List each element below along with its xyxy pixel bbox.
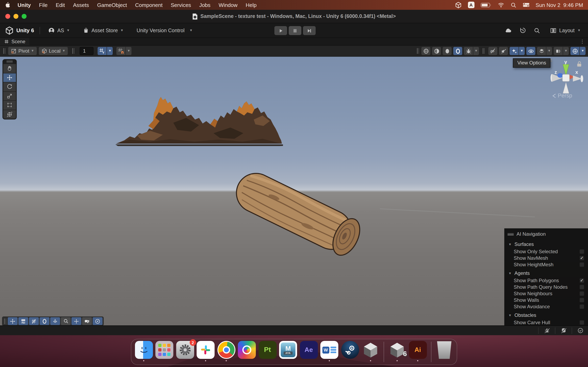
mountain-model[interactable] bbox=[113, 95, 283, 149]
checkbox-show-path-polygons[interactable]: ✓ bbox=[579, 278, 584, 283]
launchpad-icon[interactable] bbox=[155, 341, 173, 359]
checkbox-show-only-selected[interactable] bbox=[579, 249, 584, 254]
unity-hub-icon[interactable] bbox=[362, 341, 380, 359]
cache-server-disconnected-icon[interactable] bbox=[558, 327, 569, 334]
dock-item-chrome[interactable]: • bbox=[217, 341, 235, 363]
apple-icon[interactable] bbox=[5, 2, 10, 8]
cloud-services-icon[interactable] bbox=[504, 26, 512, 34]
debug-draw-mode-dropdown[interactable]: ▼ bbox=[473, 47, 479, 55]
overlay-drag-handle[interactable] bbox=[508, 232, 514, 236]
overlay-grid-button[interactable] bbox=[29, 317, 39, 325]
shading-shaded-wire-button[interactable] bbox=[432, 47, 441, 55]
menu-jobs[interactable]: Jobs bbox=[195, 2, 215, 8]
menu-help[interactable]: Help bbox=[242, 2, 261, 8]
shading-wireframe-button[interactable] bbox=[421, 47, 430, 55]
finder-icon[interactable] bbox=[135, 341, 153, 359]
shading-unlit-button[interactable] bbox=[443, 47, 452, 55]
toolbar-drag-handle[interactable] bbox=[2, 48, 6, 54]
zoom-window-button[interactable] bbox=[22, 14, 26, 19]
overlay-light-probe-button[interactable] bbox=[50, 317, 60, 325]
toolbar-drag-handle[interactable] bbox=[71, 48, 75, 54]
illustrator-icon[interactable]: Ai bbox=[409, 341, 427, 359]
dock-item-finder[interactable]: • bbox=[135, 341, 153, 363]
camera-settings-button[interactable] bbox=[554, 47, 563, 55]
trash-icon[interactable] bbox=[435, 341, 453, 359]
transform-tool[interactable] bbox=[3, 110, 16, 119]
grid-axis-button[interactable]: Y bbox=[98, 47, 107, 55]
search-icon[interactable] bbox=[534, 27, 540, 34]
overlay-drag-handle[interactable] bbox=[3, 60, 16, 63]
pivot-mode-dropdown[interactable]: Pivot▼ bbox=[8, 47, 36, 55]
overlay-tools-button[interactable] bbox=[8, 317, 17, 325]
men-bar-clock[interactable]: Sun Nov 2 9:46 PM bbox=[536, 2, 583, 8]
collab-status-icon[interactable] bbox=[575, 327, 586, 334]
debugger-detached-icon[interactable] bbox=[541, 327, 552, 334]
dock-item-adobe-creative-cloud[interactable] bbox=[238, 341, 256, 363]
scene-viewport[interactable]: View Options y z x Persp bbox=[0, 57, 588, 325]
shading-shaded-button[interactable] bbox=[453, 47, 462, 55]
panel-menu-icon[interactable]: ⋮ bbox=[577, 39, 588, 44]
toolbar-drag-handle[interactable] bbox=[482, 48, 485, 54]
menu-app-name[interactable]: Unity bbox=[13, 2, 35, 8]
view-hand-tool[interactable] bbox=[3, 64, 16, 73]
dock-item-steam[interactable] bbox=[341, 341, 359, 363]
ai-navigation-header[interactable]: AI Navigation bbox=[504, 230, 588, 239]
scale-tool[interactable] bbox=[3, 92, 16, 100]
dock-item-word[interactable]: W • bbox=[320, 341, 338, 363]
maya-icon[interactable]: M AYA bbox=[279, 341, 297, 359]
rotate-tool[interactable] bbox=[3, 82, 16, 91]
menu-file[interactable]: File bbox=[35, 2, 52, 8]
step-button[interactable] bbox=[303, 26, 316, 35]
system-settings-icon[interactable]: 2 bbox=[176, 341, 194, 359]
layers-button[interactable] bbox=[537, 47, 546, 55]
dock-item-system-settings[interactable]: 2 bbox=[176, 341, 194, 363]
grid-size-input[interactable]: 1 bbox=[80, 47, 94, 55]
close-window-button[interactable] bbox=[5, 14, 10, 19]
steam-icon[interactable] bbox=[341, 341, 359, 359]
menu-gameobject[interactable]: GameObject bbox=[93, 2, 131, 8]
overlay-orientation-button[interactable] bbox=[40, 317, 49, 325]
play-button[interactable] bbox=[274, 26, 287, 35]
toggle-effects-button[interactable] bbox=[510, 47, 519, 55]
overlay-drag-handle[interactable] bbox=[3, 318, 7, 324]
menu-window[interactable]: Window bbox=[215, 2, 242, 8]
overlay-properties-button[interactable] bbox=[18, 317, 28, 325]
layers-dropdown[interactable]: ▼ bbox=[546, 47, 552, 55]
rect-tool[interactable] bbox=[3, 101, 16, 109]
checkbox-show-avoidance[interactable] bbox=[579, 304, 584, 309]
checkbox-show-heightmesh[interactable] bbox=[579, 262, 584, 267]
dock-item-launchpad[interactable] bbox=[155, 341, 173, 363]
axis-neg-y-cone[interactable] bbox=[563, 82, 569, 93]
account-dropdown[interactable]: AS▼ bbox=[46, 25, 72, 35]
checkbox-show-neighbours[interactable] bbox=[579, 291, 584, 296]
toggle-2d-button[interactable]: 2D bbox=[488, 47, 497, 55]
minimize-window-button[interactable] bbox=[13, 14, 18, 19]
section-surfaces[interactable]: ▼ Surfaces bbox=[504, 240, 588, 248]
scene-visibility-button[interactable] bbox=[526, 47, 535, 55]
menu-services[interactable]: Services bbox=[167, 2, 195, 8]
dock-item-unity-6[interactable]: 6 • bbox=[388, 341, 406, 363]
tab-scene[interactable]: Scene bbox=[0, 38, 29, 45]
dock-item-substance-painter[interactable]: Pt bbox=[258, 341, 277, 363]
log-model[interactable] bbox=[221, 167, 372, 259]
unity-tray-icon[interactable] bbox=[455, 1, 462, 8]
overlay-search-button[interactable] bbox=[61, 317, 71, 325]
adobe-creative-cloud-icon[interactable] bbox=[238, 341, 256, 359]
unity-6-icon[interactable]: 6 bbox=[388, 341, 406, 359]
toggle-audio-button[interactable] bbox=[499, 47, 508, 55]
gizmo-center-cube[interactable] bbox=[562, 75, 570, 81]
gizmos-dropdown[interactable]: ▼ bbox=[580, 47, 586, 55]
checkbox-show-path-query-nodes[interactable] bbox=[579, 285, 584, 290]
grid-snap-dropdown[interactable]: ▼ bbox=[126, 47, 131, 55]
viewport-lock-icon[interactable] bbox=[577, 61, 582, 67]
version-control-dropdown[interactable]: Unity Version Control▼ bbox=[134, 26, 195, 35]
control-center-icon[interactable] bbox=[522, 2, 529, 7]
overlay-snap-button[interactable] bbox=[71, 317, 81, 325]
menu-component[interactable]: Component bbox=[131, 2, 167, 8]
axis-z-cone[interactable] bbox=[557, 73, 563, 78]
handle-orientation-dropdown[interactable]: Local▼ bbox=[39, 47, 68, 55]
projection-label[interactable]: Persp bbox=[552, 92, 572, 99]
dock-item-maya[interactable]: M AYA bbox=[279, 341, 297, 363]
spotlight-search-icon[interactable] bbox=[510, 2, 516, 8]
dock-item-unity-hub[interactable]: • bbox=[361, 341, 380, 363]
